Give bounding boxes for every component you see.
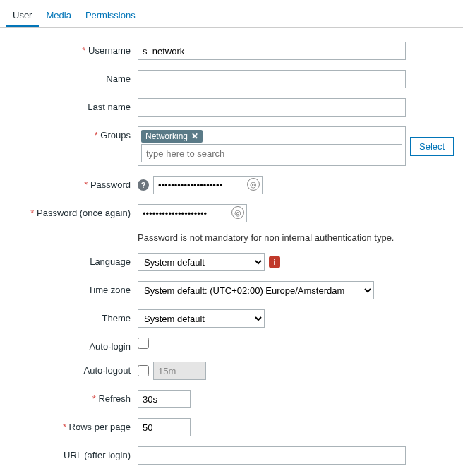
theme-select[interactable]: System default (138, 309, 265, 328)
user-form: Username Name Last name Groups Networkin… (0, 28, 463, 476)
lastname-input[interactable] (138, 98, 406, 117)
close-icon[interactable]: ✕ (191, 131, 198, 141)
label-password2: Password (once again) (7, 204, 138, 218)
password-reveal-icon[interactable]: ◎ (247, 178, 260, 191)
timezone-select[interactable]: System default: (UTC+02:00) Europe/Amste… (138, 281, 374, 299)
tab-permissions[interactable]: Permissions (78, 6, 143, 27)
label-lastname: Last name (7, 98, 138, 112)
label-language: Language (7, 253, 138, 267)
urlafterlogin-input[interactable] (138, 446, 406, 465)
password2-input[interactable] (138, 204, 247, 222)
groups-box[interactable]: Networking ✕ (138, 126, 406, 166)
autologout-checkbox[interactable] (138, 365, 149, 376)
language-select[interactable]: System default (138, 253, 265, 271)
help-icon[interactable]: ? (138, 179, 149, 191)
name-input[interactable] (138, 70, 406, 88)
tabs: User Media Permissions (0, 0, 463, 28)
password-note: Password is not mandatory for non intern… (138, 232, 395, 243)
label-refresh: Refresh (7, 390, 138, 404)
group-chip: Networking ✕ (141, 130, 203, 143)
tab-user[interactable]: User (6, 6, 39, 27)
autologout-input (153, 362, 206, 380)
label-name: Name (7, 70, 138, 84)
username-input[interactable] (138, 42, 406, 60)
info-icon[interactable]: i (269, 256, 280, 268)
rowsperpage-input[interactable] (138, 418, 191, 436)
label-autologout: Auto-logout (7, 362, 138, 376)
select-button[interactable]: Select (410, 137, 454, 156)
tab-media[interactable]: Media (39, 6, 78, 27)
password-input[interactable] (153, 176, 263, 194)
label-password: Password (7, 176, 138, 190)
groups-search-input[interactable] (141, 144, 402, 162)
label-timezone: Time zone (7, 281, 138, 295)
spacer (7, 232, 138, 236)
autologin-checkbox[interactable] (138, 338, 149, 349)
label-autologin: Auto-login (7, 338, 138, 352)
label-theme: Theme (7, 309, 138, 323)
label-urlafterlogin: URL (after login) (7, 446, 138, 460)
password-reveal-icon[interactable]: ◎ (232, 206, 244, 219)
label-groups: Groups (7, 126, 138, 141)
label-username: Username (7, 42, 138, 56)
group-chip-label: Networking (145, 131, 188, 141)
label-rowsperpage: Rows per page (7, 418, 138, 432)
refresh-input[interactable] (138, 390, 191, 408)
